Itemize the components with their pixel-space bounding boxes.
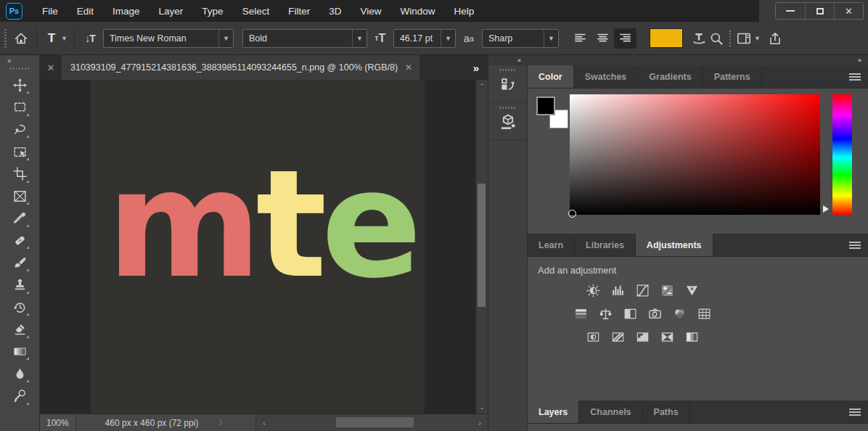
history-panel-button[interactable] bbox=[488, 65, 527, 103]
options-grip[interactable] bbox=[4, 29, 7, 48]
color-tab-swatches[interactable]: Swatches bbox=[574, 65, 639, 88]
toolbar-expand-icon[interactable]: » bbox=[7, 57, 11, 65]
color-tab-color[interactable]: Color bbox=[528, 65, 574, 88]
spot-healing-brush-tool[interactable] bbox=[9, 230, 30, 250]
close-icon[interactable]: ✕ bbox=[40, 55, 62, 80]
chevron-down-icon[interactable]: ▼ bbox=[441, 30, 455, 47]
crop-tool[interactable] bbox=[9, 164, 30, 184]
brightness-contrast-adjustment-icon[interactable] bbox=[584, 283, 602, 298]
channel-mixer-adjustment-icon[interactable] bbox=[671, 306, 689, 321]
menu-image[interactable]: Image bbox=[103, 0, 150, 22]
layers-tab-layers[interactable]: Layers bbox=[528, 401, 579, 423]
share-icon[interactable] bbox=[766, 30, 784, 47]
menu-file[interactable]: File bbox=[33, 0, 67, 22]
dodge-tool[interactable] bbox=[9, 386, 30, 406]
menu-filter[interactable]: Filter bbox=[279, 0, 319, 22]
anti-alias-select[interactable]: Sharp ▼ bbox=[482, 29, 559, 48]
exposure-adjustment-icon[interactable] bbox=[658, 283, 676, 298]
workspace-switcher[interactable]: ▼ bbox=[735, 30, 761, 47]
chevron-down-icon[interactable]: ▼ bbox=[218, 30, 233, 47]
object-selection-tool[interactable] bbox=[9, 141, 30, 162]
double-chevron-right-icon[interactable]: » bbox=[858, 57, 861, 64]
levels-adjustment-icon[interactable] bbox=[609, 283, 627, 298]
saturation-brightness-field[interactable] bbox=[570, 94, 820, 215]
menu-help[interactable]: Help bbox=[444, 0, 483, 22]
scroll-left-icon[interactable]: ‹ bbox=[256, 419, 272, 427]
foreground-color-swatch[interactable] bbox=[536, 97, 555, 115]
color-tab-patterns[interactable]: Patterns bbox=[703, 65, 762, 88]
horizontal-scrollbar[interactable] bbox=[272, 414, 472, 431]
panel-menu-icon[interactable] bbox=[849, 73, 861, 81]
vertical-scrollbar-thumb[interactable] bbox=[478, 184, 486, 307]
rectangular-marquee-tool[interactable] bbox=[9, 97, 30, 118]
color-tab-gradients[interactable]: Gradients bbox=[638, 65, 703, 88]
font-family-select[interactable]: Times New Roman ▼ bbox=[103, 29, 234, 48]
align-center-button[interactable] bbox=[591, 28, 614, 49]
hue-saturation-adjustment-icon[interactable] bbox=[572, 306, 590, 321]
zoom-level-field[interactable]: 100% bbox=[40, 414, 76, 431]
move-tool[interactable] bbox=[9, 75, 30, 95]
invert-adjustment-icon[interactable] bbox=[584, 329, 602, 345]
photo-filter-adjustment-icon[interactable] bbox=[646, 306, 664, 321]
threshold-adjustment-icon[interactable] bbox=[634, 329, 652, 345]
chevron-down-icon[interactable]: ▼ bbox=[544, 30, 558, 47]
scroll-up-icon[interactable]: ⌃ bbox=[476, 83, 488, 90]
canvas-image[interactable]: mte bbox=[91, 80, 425, 414]
chevron-down-icon[interactable]: ▼ bbox=[352, 30, 367, 47]
layers-tab-paths[interactable]: Paths bbox=[643, 401, 690, 423]
warp-text-icon[interactable] bbox=[690, 30, 708, 47]
scroll-down-icon[interactable]: ⌄ bbox=[476, 403, 488, 411]
close-button[interactable]: ✕ bbox=[834, 3, 863, 19]
color-field-indicator[interactable] bbox=[568, 210, 576, 218]
align-right-button[interactable] bbox=[614, 28, 636, 49]
text-color-swatch[interactable] bbox=[650, 28, 683, 48]
clone-stamp-tool[interactable] bbox=[9, 275, 30, 295]
canvas-viewport[interactable]: mte ⌃ ⌄ bbox=[40, 80, 488, 414]
double-chevron-right-icon[interactable]: » bbox=[463, 55, 488, 80]
menu-view[interactable]: View bbox=[351, 0, 390, 22]
black-white-adjustment-icon[interactable] bbox=[621, 306, 639, 321]
toolbar-grip[interactable] bbox=[10, 67, 29, 70]
document-info-field[interactable]: 460 px x 460 px (72 ppi) 〉 bbox=[76, 414, 256, 431]
selective-color-adjustment-icon[interactable] bbox=[683, 329, 701, 345]
gradient-tool[interactable] bbox=[9, 341, 30, 361]
menu-3d[interactable]: 3D bbox=[319, 0, 351, 22]
posterize-adjustment-icon[interactable] bbox=[609, 329, 627, 345]
minimize-button[interactable] bbox=[776, 3, 805, 19]
double-chevron-left-icon[interactable]: « bbox=[517, 57, 520, 64]
layers-tab-channels[interactable]: Channels bbox=[579, 401, 642, 423]
search-icon[interactable] bbox=[708, 30, 725, 47]
panel-menu-icon[interactable] bbox=[849, 409, 861, 416]
color-lookup-adjustment-icon[interactable] bbox=[695, 306, 713, 321]
history-brush-tool[interactable] bbox=[9, 297, 30, 317]
document-tab[interactable]: 310393109_477915214381636_38839851140932… bbox=[62, 55, 419, 80]
panel-menu-icon[interactable] bbox=[849, 242, 861, 249]
menu-select[interactable]: Select bbox=[233, 0, 279, 22]
curves-adjustment-icon[interactable] bbox=[634, 283, 652, 298]
horizontal-scrollbar-thumb[interactable] bbox=[336, 417, 414, 427]
frame-tool[interactable] bbox=[9, 186, 30, 206]
scroll-right-icon[interactable]: › bbox=[472, 419, 488, 427]
gradient-map-adjustment-icon[interactable] bbox=[658, 329, 676, 345]
brush-tool[interactable] bbox=[9, 253, 30, 273]
adjustments-tab-adjustments[interactable]: Adjustments bbox=[636, 234, 713, 256]
eyedropper-tool[interactable] bbox=[9, 208, 30, 229]
adjustments-tab-learn[interactable]: Learn bbox=[528, 234, 575, 256]
color-balance-adjustment-icon[interactable] bbox=[597, 306, 615, 321]
text-orientation-icon[interactable]: ↓T bbox=[81, 30, 99, 47]
lasso-tool[interactable] bbox=[9, 119, 30, 139]
hue-slider[interactable] bbox=[832, 94, 852, 215]
eraser-tool[interactable] bbox=[9, 319, 30, 340]
menu-type[interactable]: Type bbox=[192, 0, 232, 22]
vertical-scrollbar[interactable]: ⌃ ⌄ bbox=[475, 80, 488, 414]
home-icon[interactable] bbox=[12, 30, 30, 47]
type-tool-preset[interactable]: T ▼ bbox=[44, 31, 67, 46]
hue-slider-pointer[interactable] bbox=[823, 205, 829, 213]
menu-layer[interactable]: Layer bbox=[150, 0, 193, 22]
maximize-button[interactable] bbox=[805, 3, 834, 19]
chevron-right-icon[interactable]: 〉 bbox=[218, 417, 226, 428]
align-left-button[interactable] bbox=[569, 28, 591, 49]
vibrance-adjustment-icon[interactable] bbox=[683, 283, 701, 298]
close-icon[interactable]: ✕ bbox=[405, 62, 412, 73]
blur-tool[interactable] bbox=[9, 364, 30, 384]
